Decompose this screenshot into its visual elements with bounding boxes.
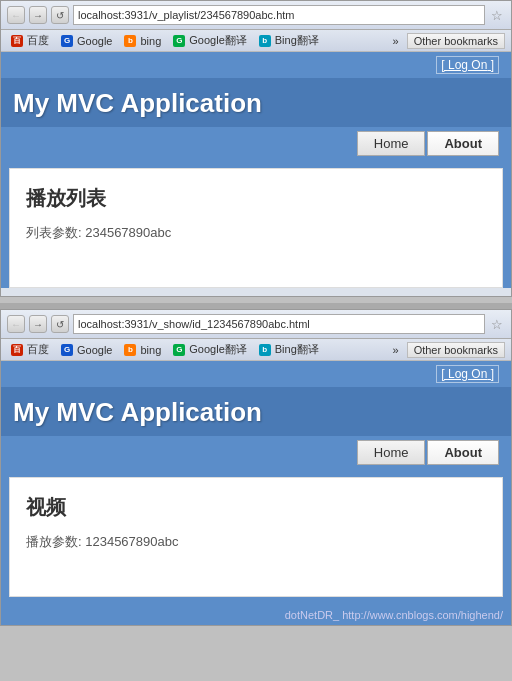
google-trans-label-2: Google翻译 — [189, 342, 246, 357]
forward-button-1[interactable]: → — [29, 6, 47, 24]
app-header-2: [ Log On ] — [1, 361, 511, 387]
google-favicon-1: G — [61, 35, 73, 47]
baidu-label-2: 百度 — [27, 342, 49, 357]
bookmark-baidu-2[interactable]: 百 百度 — [7, 341, 53, 358]
other-bookmarks-btn-2[interactable]: Other bookmarks — [407, 342, 505, 358]
bing-favicon-2: b — [124, 344, 136, 356]
more-bookmarks-2[interactable]: » — [389, 343, 403, 357]
app-title-1: My MVC Application — [13, 88, 499, 119]
baidu-favicon-1: 百 — [11, 35, 23, 47]
refresh-button-2[interactable]: ↺ — [51, 315, 69, 333]
bing-trans-label-2: Bing翻译 — [275, 342, 319, 357]
baidu-label-1: 百度 — [27, 33, 49, 48]
url-text-1: localhost:3931/v_playlist/234567890abc.h… — [78, 9, 294, 21]
app-nav-2: Home About — [1, 436, 511, 469]
back-button-1[interactable]: ← — [7, 6, 25, 24]
app-nav-1: Home About — [1, 127, 511, 160]
about-nav-btn-1[interactable]: About — [427, 131, 499, 156]
bookmark-bing-2[interactable]: b bing — [120, 343, 165, 357]
app-title-bar-2: My MVC Application — [1, 387, 511, 436]
app-title-bar-1: My MVC Application — [1, 78, 511, 127]
google-trans-favicon-1: G — [173, 35, 185, 47]
back-button-2[interactable]: ← — [7, 315, 25, 333]
home-nav-btn-1[interactable]: Home — [357, 131, 426, 156]
bing-trans-favicon-2: b — [259, 344, 271, 356]
address-bar-2[interactable]: localhost:3931/v_show/id_1234567890abc.h… — [73, 314, 485, 334]
bookmark-baidu-1[interactable]: 百 百度 — [7, 32, 53, 49]
toolbar-1: ← → ↺ localhost:3931/v_playlist/23456789… — [7, 5, 505, 25]
google-favicon-2: G — [61, 344, 73, 356]
app-header-1: [ Log On ] — [1, 52, 511, 78]
url-text-2: localhost:3931/v_show/id_1234567890abc.h… — [78, 318, 310, 330]
app-area-2: [ Log On ] My MVC Application Home About… — [1, 361, 511, 625]
bookmark-google-1[interactable]: G Google — [57, 34, 116, 48]
bing-favicon-1: b — [124, 35, 136, 47]
baidu-favicon-2: 百 — [11, 344, 23, 356]
content-heading-2: 视频 — [26, 494, 486, 521]
browser-window-1: ← → ↺ localhost:3931/v_playlist/23456789… — [0, 0, 512, 297]
bing-label-1: bing — [140, 35, 161, 47]
browser-chrome-2: ← → ↺ localhost:3931/v_show/id_123456789… — [1, 310, 511, 339]
refresh-button-1[interactable]: ↺ — [51, 6, 69, 24]
log-on-link-2[interactable]: [ Log On ] — [436, 365, 499, 383]
favorite-star-1[interactable]: ☆ — [489, 7, 505, 23]
browser-chrome-1: ← → ↺ localhost:3931/v_playlist/23456789… — [1, 1, 511, 30]
bing-trans-favicon-1: b — [259, 35, 271, 47]
bing-trans-label-1: Bing翻译 — [275, 33, 319, 48]
toolbar-2: ← → ↺ localhost:3931/v_show/id_123456789… — [7, 314, 505, 334]
browser-window-2: ← → ↺ localhost:3931/v_show/id_123456789… — [0, 309, 512, 626]
about-nav-btn-2[interactable]: About — [427, 440, 499, 465]
log-on-link-1[interactable]: [ Log On ] — [436, 56, 499, 74]
bookmark-bing-trans-1[interactable]: b Bing翻译 — [255, 32, 323, 49]
content-area-2: 视频 播放参数: 1234567890abc — [9, 477, 503, 597]
content-param-1: 列表参数: 234567890abc — [26, 224, 486, 242]
bookmark-bing-trans-2[interactable]: b Bing翻译 — [255, 341, 323, 358]
home-nav-btn-2[interactable]: Home — [357, 440, 426, 465]
app-area-1: [ Log On ] My MVC Application Home About… — [1, 52, 511, 288]
bookmark-google-trans-1[interactable]: G Google翻译 — [169, 32, 250, 49]
address-bar-1[interactable]: localhost:3931/v_playlist/234567890abc.h… — [73, 5, 485, 25]
content-param-2: 播放参数: 1234567890abc — [26, 533, 486, 551]
google-trans-label-1: Google翻译 — [189, 33, 246, 48]
bookmarks-bar-1: 百 百度 G Google b bing G Google翻译 b Bing翻译… — [1, 30, 511, 52]
google-label-2: Google — [77, 344, 112, 356]
bookmark-google-trans-2[interactable]: G Google翻译 — [169, 341, 250, 358]
bookmarks-bar-2: 百 百度 G Google b bing G Google翻译 b Bing翻译… — [1, 339, 511, 361]
forward-button-2[interactable]: → — [29, 315, 47, 333]
favorite-star-2[interactable]: ☆ — [489, 316, 505, 332]
app-title-2: My MVC Application — [13, 397, 499, 428]
content-area-1: 播放列表 列表参数: 234567890abc — [9, 168, 503, 288]
bookmark-bing-1[interactable]: b bing — [120, 34, 165, 48]
footer-watermark: dotNetDR_ http://www.cnblogs.com/highend… — [1, 605, 511, 625]
content-heading-1: 播放列表 — [26, 185, 486, 212]
bing-label-2: bing — [140, 344, 161, 356]
google-trans-favicon-2: G — [173, 344, 185, 356]
google-label-1: Google — [77, 35, 112, 47]
other-bookmarks-btn-1[interactable]: Other bookmarks — [407, 33, 505, 49]
more-bookmarks-1[interactable]: » — [389, 34, 403, 48]
bookmark-google-2[interactable]: G Google — [57, 343, 116, 357]
